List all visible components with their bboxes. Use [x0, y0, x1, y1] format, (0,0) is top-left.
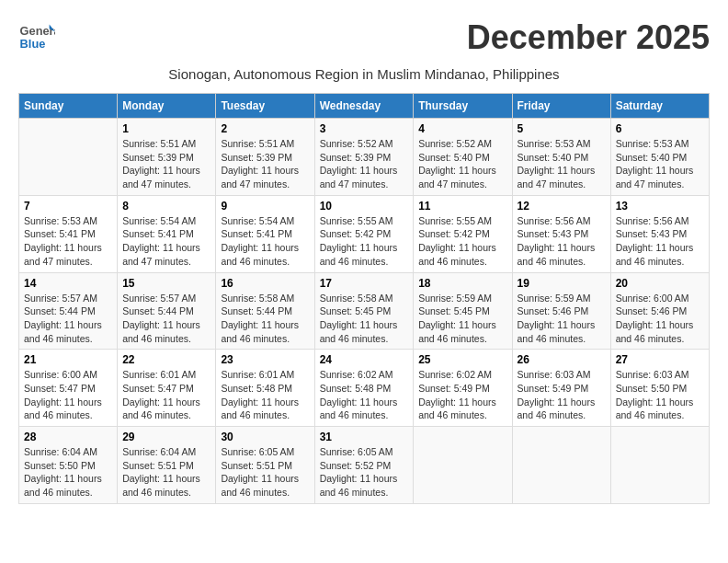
calendar-cell: 31Sunrise: 6:05 AMSunset: 5:52 PMDayligh…	[314, 427, 414, 504]
day-number: 13	[616, 200, 704, 213]
calendar-cell: 27Sunrise: 6:03 AMSunset: 5:50 PMDayligh…	[610, 350, 709, 427]
calendar-cell: 13Sunrise: 5:56 AMSunset: 5:43 PMDayligh…	[610, 195, 709, 272]
location-title: Sionogan, Autonomous Region in Muslim Mi…	[18, 66, 710, 82]
calendar-cell: 3Sunrise: 5:52 AMSunset: 5:39 PMDaylight…	[314, 119, 414, 196]
day-number: 18	[418, 277, 506, 290]
day-header: Monday	[118, 94, 216, 119]
calendar-cell: 6Sunrise: 5:53 AMSunset: 5:40 PMDaylight…	[610, 119, 709, 196]
day-number: 23	[221, 353, 309, 366]
calendar-cell	[19, 119, 118, 196]
calendar-cell: 7Sunrise: 5:53 AMSunset: 5:41 PMDaylight…	[19, 195, 118, 272]
day-number: 26	[518, 353, 606, 366]
day-header: Tuesday	[216, 94, 314, 119]
day-info: Sunrise: 6:03 AMSunset: 5:50 PMDaylight:…	[616, 368, 704, 422]
calendar-cell: 19Sunrise: 5:59 AMSunset: 5:46 PMDayligh…	[512, 272, 610, 350]
day-number: 14	[24, 277, 112, 290]
calendar-cell: 9Sunrise: 5:54 AMSunset: 5:41 PMDaylight…	[216, 195, 314, 272]
day-header: Friday	[512, 94, 610, 119]
calendar-cell: 21Sunrise: 6:00 AMSunset: 5:47 PMDayligh…	[19, 350, 118, 427]
day-number: 15	[122, 277, 210, 290]
day-number: 10	[320, 200, 409, 213]
day-number: 2	[221, 122, 309, 135]
day-info: Sunrise: 6:02 AMSunset: 5:48 PMDaylight:…	[320, 368, 409, 422]
day-info: Sunrise: 5:58 AMSunset: 5:45 PMDaylight:…	[320, 292, 409, 346]
calendar-week: 7Sunrise: 5:53 AMSunset: 5:41 PMDaylight…	[19, 195, 710, 272]
day-info: Sunrise: 6:00 AMSunset: 5:46 PMDaylight:…	[616, 292, 704, 346]
day-info: Sunrise: 5:54 AMSunset: 5:41 PMDaylight:…	[122, 214, 210, 269]
day-number: 17	[320, 277, 409, 290]
day-number: 16	[221, 277, 309, 290]
calendar-table: SundayMondayTuesdayWednesdayThursdayFrid…	[18, 93, 710, 504]
calendar-cell: 10Sunrise: 5:55 AMSunset: 5:42 PMDayligh…	[314, 195, 414, 272]
calendar-cell: 15Sunrise: 5:57 AMSunset: 5:44 PMDayligh…	[118, 272, 216, 350]
svg-text:Blue: Blue	[20, 37, 46, 51]
logo: General Blue	[18, 18, 60, 55]
day-number: 3	[320, 122, 409, 135]
day-number: 19	[518, 277, 606, 290]
calendar-cell: 29Sunrise: 6:04 AMSunset: 5:51 PMDayligh…	[118, 427, 216, 504]
calendar-cell: 8Sunrise: 5:54 AMSunset: 5:41 PMDaylight…	[118, 195, 216, 272]
day-number: 20	[616, 277, 704, 290]
calendar-cell: 17Sunrise: 5:58 AMSunset: 5:45 PMDayligh…	[314, 272, 414, 350]
day-info: Sunrise: 6:02 AMSunset: 5:49 PMDaylight:…	[418, 368, 506, 422]
day-number: 28	[24, 431, 112, 443]
day-info: Sunrise: 5:55 AMSunset: 5:42 PMDaylight:…	[418, 214, 506, 269]
day-info: Sunrise: 5:57 AMSunset: 5:44 PMDaylight:…	[24, 292, 112, 346]
day-header: Thursday	[414, 94, 512, 119]
day-number: 8	[122, 200, 210, 213]
day-info: Sunrise: 5:59 AMSunset: 5:45 PMDaylight:…	[418, 292, 506, 346]
calendar-week: 28Sunrise: 6:04 AMSunset: 5:50 PMDayligh…	[19, 427, 710, 504]
calendar-cell	[610, 427, 709, 504]
day-info: Sunrise: 6:04 AMSunset: 5:51 PMDaylight:…	[122, 445, 210, 500]
day-number: 5	[518, 122, 606, 135]
day-number: 6	[616, 122, 704, 135]
day-header: Wednesday	[314, 94, 414, 119]
day-info: Sunrise: 5:52 AMSunset: 5:40 PMDaylight:…	[418, 137, 506, 191]
calendar-cell: 1Sunrise: 5:51 AMSunset: 5:39 PMDaylight…	[118, 119, 216, 196]
calendar-cell: 18Sunrise: 5:59 AMSunset: 5:45 PMDayligh…	[414, 272, 512, 350]
day-number: 11	[418, 200, 506, 213]
calendar-cell: 2Sunrise: 5:51 AMSunset: 5:39 PMDaylight…	[216, 119, 314, 196]
day-info: Sunrise: 5:53 AMSunset: 5:41 PMDaylight:…	[24, 214, 112, 269]
day-number: 30	[221, 431, 309, 443]
day-info: Sunrise: 5:55 AMSunset: 5:42 PMDaylight:…	[320, 214, 409, 269]
calendar-cell	[414, 427, 512, 504]
calendar-cell: 16Sunrise: 5:58 AMSunset: 5:44 PMDayligh…	[216, 272, 314, 350]
day-info: Sunrise: 5:56 AMSunset: 5:43 PMDaylight:…	[616, 214, 704, 269]
calendar-week: 14Sunrise: 5:57 AMSunset: 5:44 PMDayligh…	[19, 272, 710, 350]
calendar-cell: 22Sunrise: 6:01 AMSunset: 5:47 PMDayligh…	[118, 350, 216, 427]
calendar-cell: 4Sunrise: 5:52 AMSunset: 5:40 PMDaylight…	[414, 119, 512, 196]
calendar-cell: 28Sunrise: 6:04 AMSunset: 5:50 PMDayligh…	[19, 427, 118, 504]
day-number: 21	[24, 353, 112, 366]
day-info: Sunrise: 5:57 AMSunset: 5:44 PMDaylight:…	[122, 292, 210, 346]
day-info: Sunrise: 6:05 AMSunset: 5:51 PMDaylight:…	[221, 445, 309, 500]
calendar-cell: 26Sunrise: 6:03 AMSunset: 5:49 PMDayligh…	[512, 350, 610, 427]
calendar-cell: 24Sunrise: 6:02 AMSunset: 5:48 PMDayligh…	[314, 350, 414, 427]
day-info: Sunrise: 5:59 AMSunset: 5:46 PMDaylight:…	[518, 292, 606, 346]
day-info: Sunrise: 6:01 AMSunset: 5:48 PMDaylight:…	[221, 368, 309, 422]
calendar-week: 21Sunrise: 6:00 AMSunset: 5:47 PMDayligh…	[19, 350, 710, 427]
day-info: Sunrise: 6:04 AMSunset: 5:50 PMDaylight:…	[24, 445, 112, 500]
day-number: 25	[418, 353, 506, 366]
day-number: 4	[418, 122, 506, 135]
day-number: 24	[320, 353, 409, 366]
month-title: December 2025	[467, 18, 710, 57]
calendar-week: 1Sunrise: 5:51 AMSunset: 5:39 PMDaylight…	[19, 119, 710, 196]
calendar-cell: 12Sunrise: 5:56 AMSunset: 5:43 PMDayligh…	[512, 195, 610, 272]
day-info: Sunrise: 6:01 AMSunset: 5:47 PMDaylight:…	[122, 368, 210, 422]
day-info: Sunrise: 5:52 AMSunset: 5:39 PMDaylight:…	[320, 137, 409, 191]
day-number: 9	[221, 200, 309, 213]
calendar-cell: 20Sunrise: 6:00 AMSunset: 5:46 PMDayligh…	[610, 272, 709, 350]
day-info: Sunrise: 5:56 AMSunset: 5:43 PMDaylight:…	[518, 214, 606, 269]
day-number: 29	[122, 431, 210, 443]
day-number: 12	[518, 200, 606, 213]
day-number: 7	[24, 200, 112, 213]
day-info: Sunrise: 5:58 AMSunset: 5:44 PMDaylight:…	[221, 292, 309, 346]
day-number: 1	[122, 122, 210, 135]
day-info: Sunrise: 5:51 AMSunset: 5:39 PMDaylight:…	[122, 137, 210, 191]
day-info: Sunrise: 6:05 AMSunset: 5:52 PMDaylight:…	[320, 445, 409, 500]
day-header: Sunday	[19, 94, 118, 119]
day-info: Sunrise: 6:00 AMSunset: 5:47 PMDaylight:…	[24, 368, 112, 422]
calendar-cell: 11Sunrise: 5:55 AMSunset: 5:42 PMDayligh…	[414, 195, 512, 272]
calendar-cell: 30Sunrise: 6:05 AMSunset: 5:51 PMDayligh…	[216, 427, 314, 504]
